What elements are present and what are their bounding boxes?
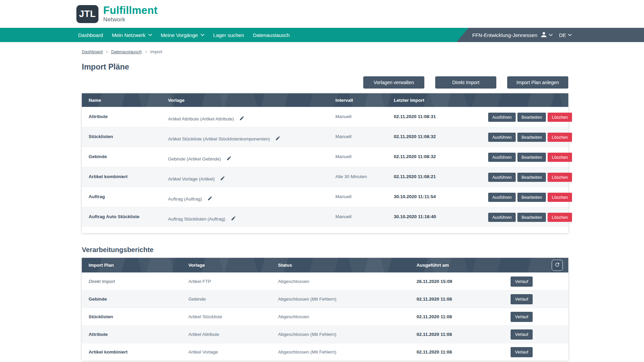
edit-button[interactable]: Bearbeiten <box>517 113 546 122</box>
plan-name: Stücklisten <box>82 127 168 147</box>
main-navbar: Dashboard Mein Netzwerk Meine Vorgänge L… <box>0 28 644 42</box>
table-row: AuftragAuftrag (Auftrag)Manuell30.10.202… <box>82 187 568 207</box>
report-plan: Artikel kombiniert <box>82 349 188 355</box>
nav-item-meine-vorgaenge[interactable]: Meine Vorgänge <box>161 32 204 38</box>
run-button[interactable]: Ausführen <box>488 113 516 122</box>
report-status: Abgeschlossen (Mit Fehlern) <box>278 332 417 337</box>
user-menu[interactable] <box>540 31 553 39</box>
chevron-down-icon <box>549 34 553 36</box>
chevron-down-icon <box>568 34 572 36</box>
brand-subtitle: Network <box>103 16 158 23</box>
column-header-ausgefuehrt-am: Ausgeführt am <box>417 263 511 268</box>
delete-button[interactable]: Löschen <box>548 153 572 162</box>
report-status: Abgeschlossen (Mit Fehlern) <box>278 349 417 355</box>
plan-name: Attribute <box>82 107 168 127</box>
report-status: Abgeschlossen (Mit Fehlern) <box>278 297 417 302</box>
report-status: Abgeschlossen <box>278 279 417 284</box>
pencil-icon[interactable] <box>275 136 280 142</box>
nav-item-mein-netzwerk[interactable]: Mein Netzwerk <box>112 32 152 38</box>
row-actions: AusführenBearbeitenLöschen <box>488 127 568 147</box>
plan-vorlage: Auftrag (Auftrag) <box>168 187 335 207</box>
pencil-icon[interactable] <box>231 216 236 222</box>
pencil-icon[interactable] <box>220 176 225 182</box>
row-actions: AusführenBearbeitenLöschen <box>488 207 568 227</box>
brand-name: Fulfillment <box>103 5 158 16</box>
plan-intervall: Manuell <box>335 127 394 147</box>
delete-button[interactable]: Löschen <box>548 193 572 202</box>
report-plan: Gebinde <box>82 297 188 302</box>
report-plan: Direkt Import <box>82 279 188 284</box>
plan-vorlage: Artikel Stückliste (Artikel Stücklistenk… <box>168 127 335 147</box>
pencil-icon[interactable] <box>239 116 244 122</box>
delete-button[interactable]: Löschen <box>548 133 572 142</box>
language-selector[interactable]: DE <box>559 32 572 38</box>
report-ausgefuehrt-am: 02.11.2020 11:08 <box>417 332 511 337</box>
plan-vorlage: Artikel Attribute (Artikel Attribute) <box>168 107 335 127</box>
vorlagen-verwalten-button[interactable]: Vorlagen verwalten <box>363 76 424 89</box>
plan-letzter-import: 02.11.2020 11:08:32 <box>394 127 488 147</box>
pencil-icon[interactable] <box>207 196 213 202</box>
refresh-button[interactable] <box>552 260 563 271</box>
run-button[interactable]: Ausführen <box>488 213 516 222</box>
column-header-status: Status <box>278 263 417 268</box>
nav-item-datenaustausch[interactable]: Datenaustausch <box>253 32 290 38</box>
delete-button[interactable]: Löschen <box>548 213 572 222</box>
report-vorlage: Gebinde <box>188 297 278 302</box>
refresh-icon <box>554 262 560 269</box>
language-label: DE <box>559 32 566 38</box>
delete-button[interactable]: Löschen <box>548 173 572 182</box>
vorlage-label: Gebinde (Artikel Gebinde) <box>168 156 221 161</box>
edit-button[interactable]: Bearbeiten <box>517 193 546 202</box>
run-button[interactable]: Ausführen <box>488 173 516 182</box>
table-row: AttributeArtikel AttributeAbgeschlossen … <box>82 325 568 343</box>
plan-vorlage: Gebinde (Artikel Gebinde) <box>168 147 335 167</box>
report-plan: Stücklisten <box>82 314 188 319</box>
direkt-import-button[interactable]: Direkt Import <box>435 76 496 89</box>
report-ausgefuehrt-am: 02.11.2020 11:08 <box>417 314 511 319</box>
edit-button[interactable]: Bearbeiten <box>517 133 546 142</box>
report-status: Abgeschlossen <box>278 314 417 319</box>
vorlage-label: Artikel Attribute (Artikel Attribute) <box>168 116 234 121</box>
run-button[interactable]: Ausführen <box>488 193 516 202</box>
breadcrumb-separator: > <box>145 50 147 54</box>
pencil-icon[interactable] <box>226 156 232 162</box>
plan-letzter-import: 30.10.2020 11:18:40 <box>394 207 488 227</box>
plan-letzter-import: 02.11.2020 11:08:31 <box>394 107 488 127</box>
plan-name: Auftrag Auto Stückliste <box>82 207 168 227</box>
verlauf-button[interactable]: Verlauf <box>511 312 533 322</box>
column-header-vorlage: Vorlage <box>188 263 278 268</box>
verlauf-button[interactable]: Verlauf <box>511 329 533 340</box>
import-plan-anlegen-button[interactable]: Import Plan anlegen <box>507 76 568 89</box>
edit-button[interactable]: Bearbeiten <box>517 173 546 182</box>
nav-item-dashboard[interactable]: Dashboard <box>78 32 103 38</box>
edit-button[interactable]: Bearbeiten <box>517 153 546 162</box>
delete-button[interactable]: Löschen <box>548 113 572 122</box>
table-row: Auftrag Auto StücklisteAuftrag Stücklist… <box>82 207 568 227</box>
user-area: FFN-Entwicklung-Jennessen DE <box>472 28 572 42</box>
verlauf-button[interactable]: Verlauf <box>511 277 533 287</box>
row-actions: AusführenBearbeitenLöschen <box>488 167 568 187</box>
breadcrumb-dashboard[interactable]: Dashboard <box>82 50 103 54</box>
user-name: FFN-Entwicklung-Jennessen <box>472 32 537 38</box>
report-ausgefuehrt-am: 02.11.2020 11:08 <box>417 297 511 302</box>
edit-button[interactable]: Bearbeiten <box>517 213 546 222</box>
plan-intervall: Alle 30 Minuten <box>335 167 394 187</box>
report-ausgefuehrt-am: 02.11.2020 11:08 <box>417 349 511 355</box>
report-vorlage: Artikel FTP <box>188 279 278 284</box>
report-plan: Attribute <box>82 332 188 337</box>
column-header-letzter-import: Letzter Import <box>394 98 488 103</box>
breadcrumb-datenaustausch[interactable]: Datenaustausch <box>111 50 142 54</box>
run-button[interactable]: Ausführen <box>488 153 516 162</box>
table-row: Artikel kombiniertArtikel VorlageAbgesch… <box>82 343 568 361</box>
breadcrumb: Dashboard > Datenaustausch > Import <box>82 50 644 54</box>
nav-item-lager-suchen[interactable]: Lager suchen <box>213 32 244 38</box>
verlauf-button[interactable]: Verlauf <box>511 347 533 357</box>
plan-intervall: Manuell <box>335 147 394 167</box>
vorlage-label: Artikel Stückliste (Artikel Stücklistenk… <box>168 136 270 141</box>
vorlage-label: Auftrag (Auftrag) <box>168 196 202 202</box>
report-vorlage: Artikel Attribute <box>188 332 278 337</box>
row-actions: Verlauf <box>511 312 568 322</box>
verlauf-button[interactable]: Verlauf <box>511 294 533 304</box>
brand-text: Fulfillment Network <box>103 5 158 23</box>
run-button[interactable]: Ausführen <box>488 133 516 142</box>
